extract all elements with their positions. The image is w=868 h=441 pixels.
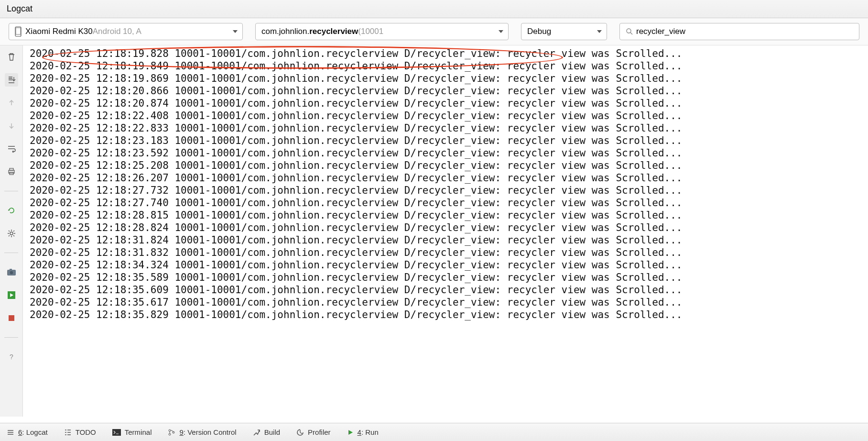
log-line: 2020-02-25 12:18:22.833 10001-10001/com.…: [30, 122, 868, 134]
svg-point-2: [627, 29, 631, 33]
bottom-tab-bar: 6: Logcat TODO Terminal 9: Version Contr…: [0, 423, 868, 441]
tab-version-control[interactable]: 9: Version Control: [168, 428, 236, 436]
tab-logcat[interactable]: 6: Logcat: [7, 428, 48, 436]
scroll-to-end-icon[interactable]: [5, 73, 18, 87]
package-prefix: com.johnlion.: [261, 27, 309, 36]
svg-point-7: [10, 232, 13, 235]
log-line: 2020-02-25 12:18:34.324 10001-10001/com.…: [30, 259, 868, 271]
log-line: 2020-02-25 12:18:19.828 10001-10001/com.…: [30, 47, 868, 60]
svg-point-15: [169, 430, 171, 431]
log-line: 2020-02-25 12:18:19.849 10001-10001/com.…: [30, 60, 868, 72]
log-line: 2020-02-25 12:18:25.208 10001-10001/com.…: [30, 159, 868, 172]
log-line: 2020-02-25 12:18:35.589 10001-10001/com.…: [30, 271, 868, 284]
log-line: 2020-02-25 12:18:35.617 10001-10001/com.…: [30, 296, 868, 309]
chevron-down-icon: [499, 30, 503, 33]
separator: [4, 253, 18, 253]
printer-icon[interactable]: [5, 165, 18, 178]
log-line: 2020-02-25 12:18:31.832 10001-10001/com.…: [30, 246, 868, 259]
arrow-up-icon[interactable]: [5, 96, 18, 110]
log-line: 2020-02-25 12:18:26.207 10001-10001/com.…: [30, 172, 868, 184]
log-line: 2020-02-25 12:18:20.866 10001-10001/com.…: [30, 85, 868, 97]
svg-point-16: [169, 433, 171, 435]
tab-todo[interactable]: TODO: [64, 428, 96, 436]
camera-icon[interactable]: [5, 265, 18, 279]
svg-rect-0: [15, 27, 21, 36]
log-line: 2020-02-25 12:18:27.740 10001-10001/com.…: [30, 197, 868, 209]
log-line: 2020-02-25 12:18:22.408 10001-10001/com.…: [30, 110, 868, 122]
device-dropdown[interactable]: Xiaomi Redmi K30 Android 10, A: [9, 23, 243, 40]
device-icon: [15, 26, 22, 37]
log-output[interactable]: 2020-02-25 12:18:19.828 10001-10001/com.…: [23, 45, 868, 417]
separator: [4, 337, 18, 338]
log-line: 2020-02-25 12:18:20.874 10001-10001/com.…: [30, 97, 868, 110]
log-line: 2020-02-25 12:18:28.815 10001-10001/com.…: [30, 209, 868, 221]
trash-icon[interactable]: [5, 50, 18, 64]
device-suffix: Android 10, A: [93, 27, 141, 36]
panel-title: Logcat: [0, 0, 868, 18]
chevron-down-icon: [233, 30, 238, 33]
search-input[interactable]: recycler_view: [619, 23, 859, 40]
search-icon: [626, 28, 633, 35]
loglevel-value: Debug: [527, 27, 551, 36]
svg-rect-14: [112, 429, 121, 436]
chevron-down-icon: [597, 30, 602, 33]
svg-text:?: ?: [10, 353, 13, 361]
restart-icon[interactable]: [5, 204, 18, 217]
package-dropdown[interactable]: com.johnlion.recyclerview (10001: [255, 23, 509, 40]
log-line: 2020-02-25 12:18:35.829 10001-10001/com.…: [30, 309, 868, 321]
svg-point-9: [10, 271, 12, 274]
loglevel-dropdown[interactable]: Debug: [521, 23, 607, 40]
soft-wrap-icon[interactable]: [5, 142, 18, 155]
stop-icon[interactable]: [5, 311, 18, 325]
log-line: 2020-02-25 12:18:23.183 10001-10001/com.…: [30, 134, 868, 147]
tab-terminal[interactable]: Terminal: [112, 428, 152, 436]
gear-icon[interactable]: [5, 227, 18, 240]
svg-rect-10: [10, 269, 12, 270]
tab-build[interactable]: Build: [253, 428, 280, 436]
log-line: 2020-02-25 12:18:35.609 10001-10001/com.…: [30, 284, 868, 296]
help-icon[interactable]: ?: [5, 350, 18, 364]
tab-profiler[interactable]: Profiler: [296, 428, 331, 436]
gutter-toolbar: ?: [0, 45, 23, 417]
package-bold: recyclerview: [309, 27, 358, 36]
arrow-down-icon[interactable]: [5, 119, 18, 132]
separator: [4, 191, 18, 191]
log-line: 2020-02-25 12:18:28.824 10001-10001/com.…: [30, 221, 868, 234]
svg-rect-5: [10, 168, 13, 170]
log-line: 2020-02-25 12:18:27.732 10001-10001/com.…: [30, 184, 868, 197]
device-name: Xiaomi Redmi K30: [25, 27, 93, 36]
log-line: 2020-02-25 12:18:31.824 10001-10001/com.…: [30, 234, 868, 246]
svg-line-3: [630, 33, 632, 34]
record-icon[interactable]: [5, 288, 18, 302]
filter-bar: Xiaomi Redmi K30 Android 10, A com.johnl…: [0, 18, 868, 45]
log-line: 2020-02-25 12:18:19.869 10001-10001/com.…: [30, 72, 868, 85]
log-line: 2020-02-25 12:18:23.592 10001-10001/com.…: [30, 147, 868, 159]
package-pid: (10001: [358, 27, 383, 36]
svg-rect-12: [9, 315, 14, 321]
search-value: recycler_view: [636, 27, 685, 36]
tab-run[interactable]: 4: Run: [347, 428, 379, 436]
svg-rect-1: [16, 28, 21, 34]
